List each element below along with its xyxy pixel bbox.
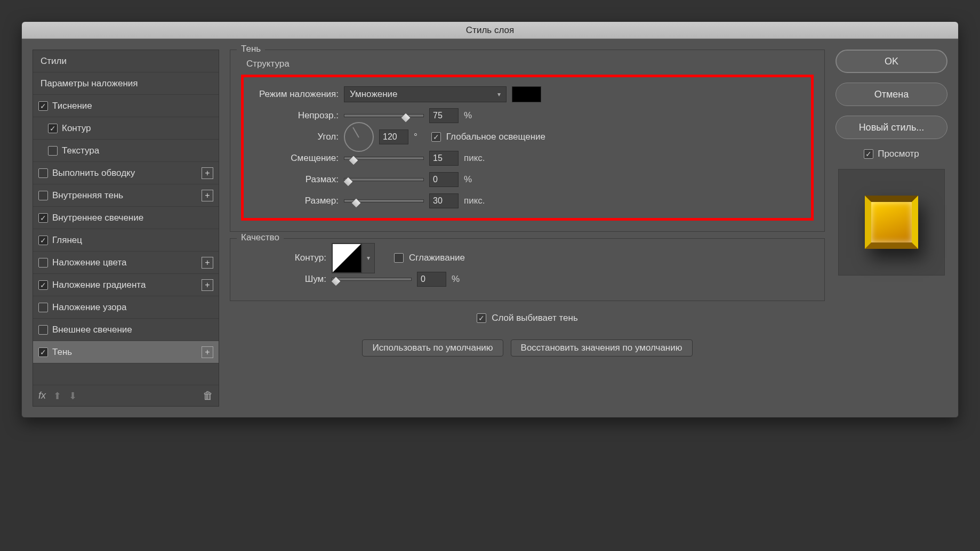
opacity-label: Непрозр.: (253, 110, 339, 121)
spread-label: Размах: (253, 174, 339, 185)
degree-unit: ° (414, 132, 417, 142)
add-effect-icon[interactable]: + (202, 167, 213, 179)
noise-input[interactable] (417, 272, 446, 287)
group-title-quality: Качество (237, 232, 284, 243)
shadow-color-swatch[interactable] (512, 86, 541, 102)
preview-toggle[interactable]: Просмотр (864, 149, 919, 159)
preview-thumbnail (838, 169, 945, 276)
add-effect-icon[interactable]: + (202, 279, 213, 291)
dialog-title: Стиль слоя (466, 25, 514, 36)
highlight-annotation: Режим наложения: Умножение ▾ Непрозр.: % (241, 75, 814, 221)
move-down-icon[interactable]: ⬇ (69, 390, 77, 402)
cancel-button[interactable]: Отмена (836, 83, 947, 106)
distance-slider[interactable] (344, 157, 424, 160)
contour-picker[interactable]: ▾ (332, 243, 375, 273)
add-effect-icon[interactable]: + (202, 346, 213, 358)
effect-checkbox[interactable] (38, 191, 48, 200)
ok-button[interactable]: OK (836, 50, 947, 73)
antialias-checkbox[interactable] (394, 253, 404, 263)
size-slider[interactable] (344, 199, 424, 202)
sidebar-item[interactable]: Глянец (33, 229, 219, 252)
contour-swatch (332, 244, 362, 273)
angle-input[interactable] (379, 129, 408, 144)
sidebar-item[interactable]: Стили (33, 50, 219, 72)
sidebar-item-label: Выполнить обводку (52, 168, 135, 179)
sidebar-item-label: Стили (41, 56, 67, 67)
sidebar-item[interactable]: Параметры наложения (33, 72, 219, 95)
sidebar-item-label: Наложение цвета (52, 257, 127, 268)
reset-default-button[interactable]: Восстановить значения по умолчанию (511, 339, 693, 356)
sidebar-item-label: Наложение узора (52, 302, 126, 313)
sidebar-item-label: Внутренняя тень (52, 190, 123, 201)
effect-checkbox[interactable] (38, 325, 48, 335)
group-title-shadow: Тень (237, 44, 265, 54)
preview-label: Просмотр (878, 149, 919, 159)
sidebar-item[interactable]: Текстура (33, 140, 219, 162)
percent-unit: % (452, 274, 460, 285)
effect-checkbox[interactable] (48, 146, 58, 156)
effect-checkbox[interactable] (38, 280, 48, 290)
opacity-slider[interactable] (344, 114, 424, 117)
spread-slider[interactable] (344, 178, 424, 181)
move-up-icon[interactable]: ⬆ (53, 390, 61, 402)
sidebar-item[interactable]: Внешнее свечение (33, 319, 219, 341)
effect-checkbox[interactable] (38, 303, 48, 312)
px-unit: пикс. (464, 196, 485, 206)
effect-checkbox[interactable] (38, 258, 48, 268)
structure-group: Тень Структура Режим наложения: Умножени… (230, 50, 825, 232)
sidebar-item[interactable]: Выполнить обводку+ (33, 162, 219, 184)
size-label: Размер: (253, 196, 339, 206)
effect-checkbox[interactable] (38, 236, 48, 245)
percent-unit: % (464, 174, 472, 185)
knockout-label: Слой выбивает тень (492, 313, 578, 323)
effect-checkbox[interactable] (38, 347, 48, 357)
structure-subtitle: Структура (246, 59, 814, 69)
distance-input[interactable] (429, 151, 459, 166)
trash-icon[interactable]: 🗑 (203, 390, 213, 402)
effect-checkbox[interactable] (38, 101, 48, 111)
blend-mode-dropdown[interactable]: Умножение ▾ (344, 86, 507, 102)
preview-render (865, 196, 918, 249)
quality-group: Качество Контур: ▾ Сглаживание Шум: % (230, 238, 825, 301)
effect-checkbox[interactable] (48, 124, 58, 133)
blend-mode-label: Режим наложения: (253, 89, 339, 100)
title-bar: Стиль слоя (22, 22, 958, 39)
sidebar-item[interactable]: Наложение цвета+ (33, 252, 219, 274)
percent-unit: % (464, 110, 472, 121)
global-light-checkbox[interactable] (431, 132, 441, 142)
fx-icon[interactable]: fx (38, 390, 46, 401)
contour-label: Контур: (241, 253, 326, 263)
chevron-down-icon: ▾ (367, 254, 370, 262)
size-input[interactable] (429, 193, 459, 208)
noise-slider[interactable] (332, 278, 412, 281)
spread-input[interactable] (429, 172, 459, 187)
knockout-checkbox[interactable] (477, 313, 486, 323)
sidebar-item[interactable]: Тень+ (33, 341, 219, 363)
preview-checkbox[interactable] (864, 149, 873, 159)
sidebar-item[interactable]: Наложение узора (33, 296, 219, 319)
sidebar-item-label: Текстура (62, 145, 99, 156)
sidebar-item[interactable]: Тиснение (33, 95, 219, 117)
new-style-button[interactable]: Новый стиль... (836, 116, 947, 139)
add-effect-icon[interactable]: + (202, 257, 213, 269)
effect-checkbox[interactable] (38, 168, 48, 178)
sidebar-item-label: Глянец (52, 235, 82, 246)
sidebar-footer: fx ⬆ ⬇ 🗑 (33, 385, 219, 406)
sidebar-item[interactable]: Внутренняя тень+ (33, 184, 219, 207)
contour-dropdown-btn[interactable]: ▾ (362, 244, 374, 273)
antialias-label: Сглаживание (409, 253, 465, 263)
distance-label: Смещение: (253, 153, 339, 164)
effect-checkbox[interactable] (38, 213, 48, 223)
make-default-button[interactable]: Использовать по умолчанию (362, 339, 503, 356)
angle-dial[interactable] (344, 122, 374, 152)
sidebar-item-label: Наложение градиента (52, 280, 146, 290)
sidebar-item-label: Параметры наложения (41, 78, 138, 89)
sidebar-item[interactable]: Внутреннее свечение (33, 207, 219, 229)
opacity-input[interactable] (429, 108, 459, 123)
add-effect-icon[interactable]: + (202, 190, 213, 201)
styles-sidebar: СтилиПараметры наложенияТиснениеКонтурТе… (33, 50, 219, 407)
right-panel: OK Отмена Новый стиль... Просмотр (836, 50, 947, 407)
sidebar-item[interactable]: Наложение градиента+ (33, 274, 219, 296)
styles-list: СтилиПараметры наложенияТиснениеКонтурТе… (33, 50, 219, 385)
sidebar-item[interactable]: Контур (33, 117, 219, 140)
